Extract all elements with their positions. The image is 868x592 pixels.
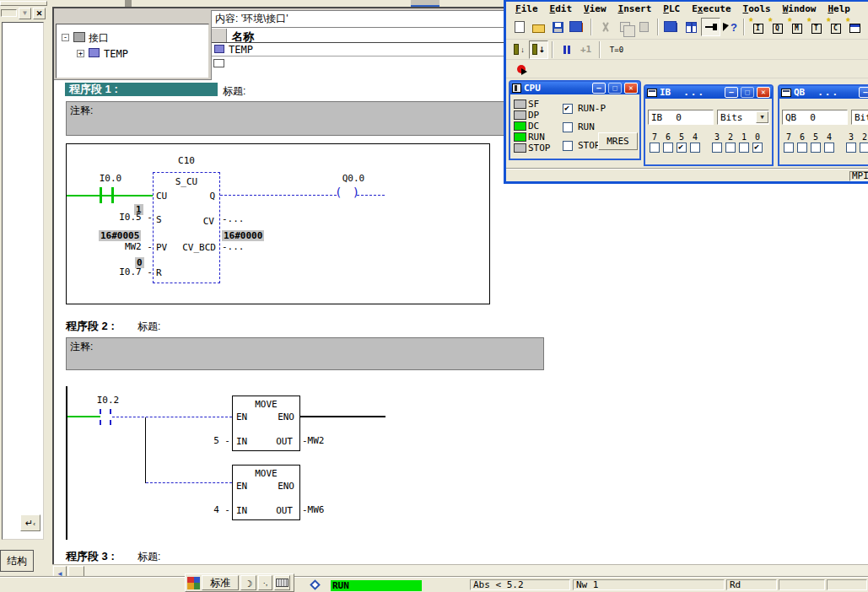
single-scan-button[interactable]: ⇣ [529, 40, 548, 59]
network-1-title-rest[interactable]: 标题: [223, 84, 245, 99]
contact-i00[interactable] [100, 187, 102, 203]
pause-button[interactable] [557, 40, 576, 59]
temp-row-name[interactable]: TEMP [229, 44, 253, 56]
move2-out-operand[interactable]: -MW6 [302, 504, 325, 515]
ime-standard-button[interactable]: 标准 [202, 575, 239, 590]
network-2-title-rest[interactable]: 标题: [137, 320, 160, 334]
ime-punctuation-button[interactable]: ·, [258, 575, 272, 590]
bit-checkbox[interactable] [752, 143, 763, 153]
move-block-1[interactable]: MOVE EN ENO IN OUT [232, 396, 300, 451]
contact-operand[interactable]: I0.0 [90, 173, 131, 184]
ime-logo-icon[interactable] [187, 577, 200, 589]
mode-checkbox[interactable] [563, 122, 573, 132]
qb-format-combo[interactable]: Bits [851, 110, 868, 125]
coil-operand[interactable]: Q0.0 [330, 173, 377, 184]
tree-expand-icon[interactable] [77, 50, 84, 57]
move1-in-operand[interactable]: 5 - [195, 435, 230, 446]
scroll-thumb[interactable] [68, 566, 84, 577]
bit-checkbox[interactable] [650, 143, 660, 153]
panel-close-button[interactable]: ✕ [33, 8, 46, 19]
bit-checkbox[interactable] [784, 143, 794, 153]
editor-hscrollbar[interactable] [52, 564, 868, 577]
bit-checkbox[interactable] [690, 143, 700, 153]
bit-checkbox[interactable] [860, 143, 868, 153]
copy-button[interactable] [615, 18, 634, 36]
insert-q-variable-button[interactable]: *Q [768, 18, 787, 36]
network-2-comment[interactable]: 注释: [66, 337, 544, 370]
ib-minimize-button[interactable] [725, 87, 738, 98]
tree-item-interface[interactable]: 接口 [89, 32, 109, 44]
bit-checkbox[interactable] [677, 143, 687, 153]
cv-output-value[interactable]: -... [222, 213, 245, 224]
bit-checkbox[interactable] [811, 143, 821, 153]
bit-checkbox[interactable] [663, 143, 673, 153]
interface-tree-pane[interactable]: 接口 TEMP [56, 24, 209, 78]
cpu-close-button[interactable] [624, 83, 638, 94]
menu-item-edit[interactable]: Edit [544, 3, 579, 15]
insert-m-variable-button[interactable]: *M [787, 18, 806, 36]
open-file-button[interactable] [529, 18, 548, 36]
menu-item-insert[interactable]: Insert [612, 3, 658, 15]
insert-c-variable-button[interactable]: *C [826, 18, 845, 36]
next-scan-button[interactable]: +1 [576, 40, 596, 59]
insert-generic-variable-button[interactable]: * [845, 18, 865, 36]
network-3-title-rest[interactable]: 标题: [137, 550, 160, 564]
ime-softkeyboard-button[interactable] [274, 575, 290, 590]
record-playback-button[interactable] [511, 60, 531, 78]
cpu-titlebar[interactable]: CPU [510, 82, 639, 94]
jump-back-button[interactable]: ↵‹ [20, 514, 40, 531]
counter-block[interactable]: S_CU CU Q S CV PV CV_BCD R [153, 172, 220, 283]
tile-windows-button[interactable] [682, 18, 701, 36]
new-file-button[interactable] [509, 18, 529, 36]
context-help-button[interactable]: ? [720, 18, 740, 36]
qb-address-field[interactable]: QB 0 [782, 110, 848, 125]
cv-bcd-output-value[interactable]: -... [222, 241, 245, 252]
insert-t-variable-button[interactable]: *T [806, 18, 826, 36]
network-3-title[interactable]: 程序段 3 : [66, 549, 115, 564]
pv-operand[interactable]: MW2 - [92, 241, 153, 252]
network-1-comment[interactable]: 注释: [66, 101, 544, 136]
network-2-title[interactable]: 程序段 2 : [66, 319, 115, 334]
combo-dropdown-icon[interactable] [756, 111, 768, 123]
ib-address-field[interactable]: IB 0 [648, 110, 714, 125]
counter-name[interactable]: C10 [158, 155, 215, 166]
mode-checkbox[interactable] [563, 104, 573, 114]
ib-titlebar[interactable]: IB ... [645, 86, 772, 99]
scroll-left-button[interactable] [53, 566, 67, 577]
qb-titlebar[interactable]: QB ... [779, 86, 868, 99]
empty-row-icon[interactable] [213, 59, 224, 67]
r-operand[interactable]: I0.7 - [92, 266, 153, 277]
bit-checkbox[interactable] [739, 143, 749, 153]
tab-structure[interactable]: 结构 [0, 550, 34, 572]
menu-item-plc[interactable]: PLC [657, 3, 686, 15]
menu-item-window[interactable]: Window [777, 3, 822, 15]
move2-in-operand[interactable]: 4 - [195, 504, 230, 515]
move1-out-operand[interactable]: -MW2 [302, 435, 325, 446]
reset-timers-button[interactable]: T=0 [604, 40, 629, 59]
panel-dropdown-button[interactable]: ▼ [19, 8, 31, 19]
mode-checkbox[interactable] [563, 141, 573, 151]
bit-checkbox[interactable] [797, 143, 807, 153]
bit-checkbox[interactable] [846, 143, 856, 153]
menu-item-execute[interactable]: Execute [686, 3, 736, 15]
cascade-windows-button[interactable] [662, 18, 682, 36]
contact2-operand[interactable]: I0.2 [88, 395, 128, 406]
tree-item-temp[interactable]: TEMP [104, 48, 128, 60]
ib-close-button[interactable] [757, 87, 770, 98]
coil-glyph[interactable]: ( ) [335, 186, 361, 199]
cut-button[interactable] [596, 18, 615, 36]
contact-i02[interactable] [100, 409, 101, 425]
move-block-2[interactable]: MOVE EN ENO IN OUT [232, 465, 300, 520]
menu-item-view[interactable]: View [578, 3, 612, 15]
catalog-list[interactable] [2, 22, 44, 540]
s-operand[interactable]: I0.5 - [92, 212, 153, 223]
save-button[interactable] [548, 18, 568, 36]
bit-checkbox[interactable] [725, 143, 736, 153]
mres-button[interactable]: MRES [598, 132, 638, 150]
bit-checkbox[interactable] [824, 143, 834, 153]
cpu-maximize-button[interactable] [608, 83, 622, 94]
ime-fullhalf-moon-button[interactable] [240, 575, 256, 590]
open-layout-button[interactable] [568, 18, 587, 36]
paste-button[interactable] [634, 18, 654, 36]
network-1-title-selected[interactable]: 程序段 1 : [65, 83, 218, 96]
